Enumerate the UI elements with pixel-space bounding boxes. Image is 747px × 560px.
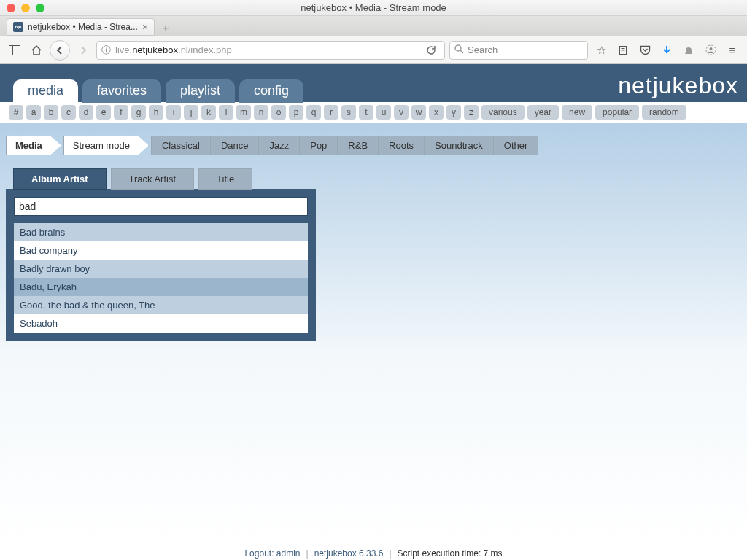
alpha-t[interactable]: t (359, 105, 374, 120)
alpha-popular[interactable]: popular (595, 105, 639, 120)
alpha-u[interactable]: u (376, 105, 391, 120)
separator: | (306, 548, 309, 559)
search-module: Album Artist Track Artist Title Bad brai… (6, 168, 316, 341)
window-title: netjukebox • Media - Stream mode (0, 2, 747, 13)
exec-time: Script execution time: 7 ms (398, 548, 503, 559)
alpha-k[interactable]: k (201, 105, 216, 120)
alpha-year[interactable]: year (527, 105, 559, 120)
back-button[interactable] (50, 40, 70, 61)
hamburger-menu-icon[interactable]: ≡ (724, 42, 741, 59)
browser-search-placeholder: Search (468, 44, 498, 55)
reload-icon[interactable] (422, 42, 440, 59)
alpha-j[interactable]: j (184, 105, 198, 120)
alpha-q[interactable]: q (306, 105, 321, 120)
bookmark-star-icon[interactable]: ☆ (592, 42, 610, 59)
home-icon[interactable] (28, 42, 45, 59)
site-info-icon[interactable]: ⓘ (101, 44, 111, 57)
search-panel: Bad brains Bad company Badly drawn boy B… (6, 189, 316, 341)
breadcrumb-media[interactable]: Media (6, 136, 52, 155)
version-link[interactable]: netjukebox 6.33.6 (314, 548, 384, 559)
breadcrumb: Media Stream mode (6, 136, 151, 155)
alpha-g[interactable]: g (131, 105, 146, 120)
genre-jazz[interactable]: Jazz (259, 136, 300, 155)
main-tabs: media favorites playlist config (13, 79, 303, 102)
svg-line-3 (460, 50, 463, 53)
alpha-e[interactable]: e (96, 105, 111, 120)
result-item[interactable]: Bad brains (14, 223, 308, 241)
logout-link[interactable]: Logout: admin (244, 548, 300, 559)
brand-logo: netjukebox (618, 72, 738, 99)
alpha-a[interactable]: a (26, 105, 41, 120)
sidebar-toggle-icon[interactable] (6, 42, 23, 59)
genre-soundtrack[interactable]: Soundtrack (425, 136, 494, 155)
view-tab-track-artist[interactable]: Track Artist (111, 168, 195, 190)
breadcrumb-mode[interactable]: Stream mode (63, 136, 139, 155)
alpha-w[interactable]: w (411, 105, 426, 120)
search-input[interactable] (14, 197, 308, 216)
forward-button[interactable] (74, 42, 92, 59)
url-text: live.netjukebox.nl/index.php (115, 44, 232, 55)
svg-point-9 (709, 47, 712, 50)
url-post: .nl/index.php (178, 44, 232, 55)
genre-classical[interactable]: Classical (151, 136, 211, 155)
alpha-h[interactable]: h (149, 105, 163, 120)
alpha-m[interactable]: m (236, 105, 251, 120)
result-item[interactable]: Good, the bad & the queen, The (14, 296, 308, 314)
alpha-n[interactable]: n (254, 105, 268, 120)
logo-mid: jukebox (653, 72, 738, 98)
result-item[interactable]: Badly drawn boy (14, 260, 308, 278)
alpha-l[interactable]: l (219, 105, 233, 120)
alpha-c[interactable]: c (61, 105, 76, 120)
alpha-various[interactable]: various (481, 105, 525, 120)
alpha-z[interactable]: z (464, 105, 479, 120)
genre-pop[interactable]: Pop (300, 136, 338, 155)
svg-rect-0 (9, 45, 20, 55)
alpha-r[interactable]: r (324, 105, 338, 120)
favicon-icon (13, 22, 23, 32)
clipboard-icon[interactable] (614, 42, 632, 59)
new-tab-button[interactable]: + (157, 21, 174, 36)
genre-rb[interactable]: R&B (338, 136, 379, 155)
notifications-icon[interactable] (680, 42, 697, 59)
genre-roots[interactable]: Roots (379, 136, 425, 155)
result-item[interactable]: Badu, Erykah (14, 278, 308, 296)
tab-config[interactable]: config (239, 79, 303, 103)
alpha-f[interactable]: f (114, 105, 128, 120)
alpha-o[interactable]: o (271, 105, 286, 120)
alpha-new[interactable]: new (562, 105, 592, 120)
results-list: Bad brains Bad company Badly drawn boy B… (14, 223, 308, 332)
result-item[interactable]: Bad company (14, 241, 308, 260)
profile-icon[interactable] (702, 42, 719, 59)
result-item[interactable]: Sebadoh (14, 314, 308, 332)
browser-search-field[interactable]: Search (449, 41, 588, 60)
tab-favorites[interactable]: favorites (82, 79, 161, 103)
window-title-bar: netjukebox • Media - Stream mode (0, 0, 747, 16)
tab-playlist[interactable]: playlist (166, 79, 235, 103)
downloads-icon[interactable] (658, 42, 676, 59)
alpha-v[interactable]: v (394, 105, 409, 120)
alphabet-bar: # a b c d e f g h i j k l m n o p q r s … (0, 102, 747, 122)
pocket-icon[interactable] (636, 42, 654, 59)
alpha-hash[interactable]: # (9, 105, 23, 120)
breadcrumb-row: Media Stream mode Classical Dance Jazz P… (6, 136, 741, 155)
separator: | (389, 548, 391, 559)
close-tab-button[interactable]: × (142, 22, 148, 32)
alpha-y[interactable]: y (446, 105, 461, 120)
alpha-b[interactable]: b (44, 105, 58, 120)
alpha-x[interactable]: x (429, 105, 444, 120)
browser-tab-label: netjukebox • Media - Strea... (28, 22, 138, 32)
alpha-d[interactable]: d (79, 105, 93, 120)
alpha-random[interactable]: random (642, 105, 686, 120)
tab-media[interactable]: media (13, 79, 78, 103)
alpha-p[interactable]: p (289, 105, 303, 120)
genre-dance[interactable]: Dance (211, 136, 260, 155)
browser-tab[interactable]: netjukebox • Media - Strea... × (7, 18, 155, 36)
view-tabs: Album Artist Track Artist Title (13, 168, 316, 190)
view-tab-album-artist[interactable]: Album Artist (13, 168, 107, 190)
alpha-s[interactable]: s (341, 105, 356, 120)
address-bar[interactable]: ⓘ live.netjukebox.nl/index.php (96, 41, 445, 60)
genre-other[interactable]: Other (494, 136, 539, 155)
search-icon (454, 44, 464, 56)
view-tab-title[interactable]: Title (198, 168, 252, 190)
alpha-i[interactable]: i (166, 105, 181, 120)
